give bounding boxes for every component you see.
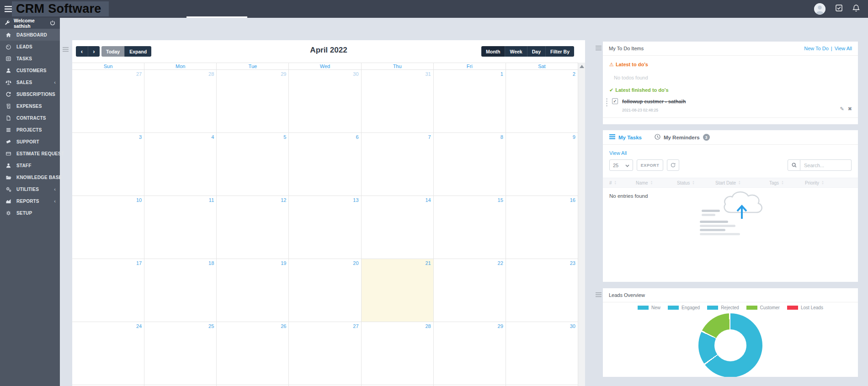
legend-item-new[interactable]: New (638, 305, 660, 310)
column-header-tags[interactable]: Tags▲▼ (769, 180, 805, 185)
calendar-day-cell[interactable]: 28 (362, 322, 434, 385)
avatar[interactable] (814, 3, 825, 15)
calendar-day-cell[interactable]: 12 (217, 196, 289, 259)
day-number: 2 (573, 71, 575, 77)
calendar-week-button[interactable]: Week (505, 46, 527, 57)
calendar-day-cell[interactable]: 19 (217, 259, 289, 322)
calendar-drag-handle-icon[interactable] (63, 46, 69, 51)
calendar-day-cell[interactable]: 1 (434, 70, 506, 132)
calendar-day-cell[interactable]: 30 (289, 70, 361, 132)
no-todos-text: No todos found (614, 75, 648, 80)
calendar-day-cell[interactable]: 21 (362, 259, 434, 322)
tab-my-tasks[interactable]: My Tasks (609, 134, 642, 140)
calendar-day-button[interactable]: Day (527, 46, 545, 57)
calendar-day-cell[interactable]: 13 (289, 196, 361, 259)
sidebar-item-contracts[interactable]: CONTRACTS (0, 112, 60, 124)
scroll-up-arrow-icon[interactable] (580, 65, 584, 68)
calendar-day-cell[interactable]: 22 (434, 259, 506, 322)
calendar-day-cell[interactable]: 9 (506, 133, 578, 196)
sidebar-item-staff[interactable]: STAFF (0, 159, 60, 171)
sidebar-item-subscriptions[interactable]: SUBSCRIPTIONS (0, 88, 60, 100)
calendar-day-cell[interactable]: 7 (362, 133, 434, 196)
calendar-day-cell[interactable]: 16 (506, 196, 578, 259)
day-number: 30 (570, 323, 575, 329)
calendar-day-cell[interactable]: 18 (144, 259, 217, 322)
power-icon[interactable] (50, 19, 55, 27)
page-size-select[interactable]: 25 (609, 159, 633, 171)
calendar-day-cell[interactable]: 30 (506, 322, 578, 385)
calendar-day-cell[interactable]: 6 (289, 133, 361, 196)
calendar-day-cell[interactable]: 14 (362, 196, 434, 259)
main-content: ‹ › Today Expand April 2022 Month Week D… (60, 18, 868, 386)
todo-drag-handle-icon[interactable] (596, 44, 602, 50)
calendar-filter-button[interactable]: Filter By (545, 46, 574, 57)
sidebar-item-knowledge-base[interactable]: KNOWLEDGE BASE (0, 171, 60, 183)
sidebar-item-estimate-request[interactable]: ESTIMATE REQUEST (0, 148, 60, 159)
calendar-day-cell[interactable]: 26 (217, 322, 289, 385)
calendar-day-cell[interactable]: 11 (144, 196, 217, 259)
calendar-day-cell[interactable]: 31 (362, 70, 434, 132)
sidebar-item-label: PROJECTS (16, 127, 42, 132)
calendar-day-cell[interactable]: 27 (72, 70, 144, 132)
column-header-priority[interactable]: Priority▲▼ (805, 180, 824, 185)
legend-item-engaged[interactable]: Engaged (668, 305, 700, 310)
tab-my-reminders[interactable]: My Reminders 3 (655, 134, 710, 141)
calendar-day-cell[interactable]: 29 (217, 70, 289, 132)
sidebar-item-utilities[interactable]: UTILITIES‹ (0, 183, 60, 195)
calendar-scrollbar[interactable] (578, 63, 585, 386)
refresh-button[interactable] (667, 159, 679, 171)
calendar-day-cell[interactable]: 25 (144, 322, 217, 385)
delete-x-icon[interactable]: ✖ (848, 106, 852, 112)
calendar-day-cell[interactable]: 8 (434, 133, 506, 196)
day-number: 27 (136, 71, 142, 77)
calendar-day-cell[interactable]: 29 (434, 322, 506, 385)
calendar-week-row: 272829303112 (72, 70, 578, 133)
sidebar-item-customers[interactable]: CUSTOMERS (0, 64, 60, 76)
sidebar-item-support[interactable]: SUPPORT (0, 136, 60, 148)
new-todo-link[interactable]: New To Do (804, 46, 829, 51)
day-number: 3 (139, 134, 142, 140)
column-header-start-date[interactable]: Start Date▲▼ (715, 180, 769, 185)
card-icon (5, 151, 11, 157)
calendar-day-cell[interactable]: 4 (144, 133, 217, 196)
column-header-index[interactable]: #▲▼ (609, 180, 636, 185)
calendar-day-cell[interactable]: 28 (144, 70, 217, 132)
sidebar-item-dashboard[interactable]: DASHBOARD (0, 29, 60, 41)
calendar-day-cell[interactable]: 24 (72, 322, 144, 385)
leads-donut-chart[interactable] (698, 313, 762, 377)
sidebar-item-projects[interactable]: PROJECTS (0, 124, 60, 136)
search-input[interactable] (800, 159, 852, 171)
todo-item-checkbox[interactable]: ✓ (612, 98, 618, 104)
todo-view-all-link[interactable]: View All (835, 46, 852, 51)
edit-pencil-icon[interactable]: ✎ (840, 106, 844, 112)
calendar-month-button[interactable]: Month (481, 46, 505, 57)
checksquare-icon[interactable] (836, 5, 842, 13)
calendar-day-cell[interactable]: 20 (289, 259, 361, 322)
sidebar-item-leads[interactable]: LEADS (0, 41, 60, 53)
search-button[interactable] (788, 159, 800, 171)
legend-item-lost-leads[interactable]: Lost Leads (787, 305, 823, 310)
legend-item-rejected[interactable]: Rejected (707, 305, 739, 310)
calendar-day-cell[interactable]: 5 (217, 133, 289, 196)
calendar-day-cell[interactable]: 17 (72, 259, 144, 322)
calendar-day-cell[interactable]: 2 (506, 70, 578, 132)
todo-item-drag-dots-icon[interactable] (606, 98, 608, 106)
export-button[interactable]: EXPORT (637, 159, 663, 171)
sidebar-item-sales[interactable]: SALES‹ (0, 76, 60, 88)
column-header-name[interactable]: Name▲▼ (636, 180, 677, 185)
column-header-status[interactable]: Status▲▼ (677, 180, 715, 185)
bell-icon[interactable] (852, 4, 860, 14)
sidebar-item-setup[interactable]: SETUP (0, 207, 60, 219)
calendar-day-cell[interactable]: 15 (434, 196, 506, 259)
legend-label: Lost Leads (801, 305, 823, 310)
sidebar-item-tasks[interactable]: TASKS (0, 53, 60, 64)
calendar-day-cell[interactable]: 27 (289, 322, 361, 385)
sidebar-item-expenses[interactable]: EXPENSES (0, 100, 60, 112)
leads-drag-handle-icon[interactable] (596, 291, 602, 296)
calendar-day-cell[interactable]: 23 (506, 259, 578, 322)
calendar-day-cell[interactable]: 10 (72, 196, 144, 259)
tasks-view-all-link[interactable]: View All (609, 150, 627, 156)
sidebar-item-reports[interactable]: REPORTS‹ (0, 195, 60, 207)
calendar-day-cell[interactable]: 3 (72, 133, 144, 196)
legend-item-customer[interactable]: Customer (746, 305, 780, 310)
